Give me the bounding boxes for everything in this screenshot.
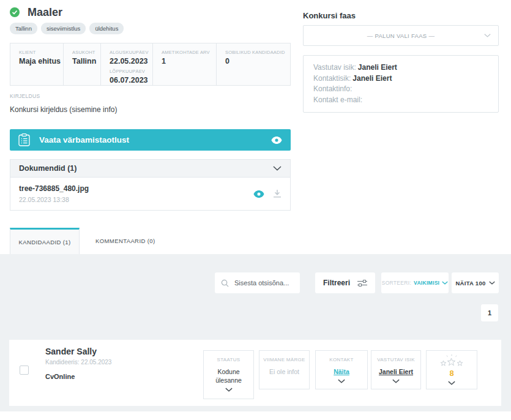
candidates-section: Filtreeri SORTEERI: VAIKIMISI NÄITA 100 … xyxy=(0,254,511,411)
phase-column: Konkursi faas — PALUN VALI FAAS — Vastut… xyxy=(303,11,499,113)
chevron-down-icon xyxy=(392,379,400,383)
info-cell-sobilikud: SOBILIKUD KANDIDAADID 0 xyxy=(216,43,290,85)
tab-kommentaarid[interactable]: KOMMENTAARID (0) xyxy=(95,228,155,254)
tag: üldehitus xyxy=(89,23,124,34)
tag-list: Tallinn siseviimistlus üldehitus xyxy=(10,23,291,34)
document-date: 22.05.2023 13:38 xyxy=(19,196,89,203)
info-cell-klient: KLIENT Maja ehitus xyxy=(10,43,63,85)
check-circle-icon xyxy=(10,7,20,17)
chevron-down-icon xyxy=(489,281,495,285)
candidate-applied-date: Kandideeris: 22.05.2023 xyxy=(45,359,111,366)
candidate-name[interactable]: Sander Sally xyxy=(45,347,111,356)
page: Maaler Tallinn siseviimistlus üldehitus … xyxy=(0,0,511,420)
chevron-down-icon xyxy=(338,379,345,383)
phase-select[interactable]: — PALUN VALI FAAS — xyxy=(303,25,499,46)
documents-header-label: Dokumendid (1) xyxy=(19,164,76,173)
chevron-down-icon xyxy=(442,281,448,285)
rating-value: 8 xyxy=(449,369,453,378)
show-count-dropdown[interactable]: NÄITA 100 xyxy=(452,272,499,293)
chevron-down-icon xyxy=(448,381,455,385)
contact-info-box: Vastutav isik:Janeli Eiert Kontaktisik:J… xyxy=(303,55,499,113)
rating-dropdown[interactable]: 8 xyxy=(426,350,477,389)
chevron-down-icon xyxy=(484,34,491,37)
contact-row: Vastutav isik:Janeli Eiert xyxy=(313,62,488,73)
last-note-box: VIIMANE MÄRGE Ei ole infot xyxy=(259,350,310,389)
search-input[interactable] xyxy=(233,279,295,287)
page-title: Maaler xyxy=(28,6,62,19)
filter-toolbar: Filtreeri SORTEERI: VAIKIMISI NÄITA 100 xyxy=(215,272,499,293)
tab-bar: KANDIDAADID (1) KOMMENTAARID (0) xyxy=(10,228,155,254)
status-dropdown[interactable]: STAATUS Kodune ülesanne xyxy=(203,350,254,399)
preview-eye-icon[interactable] xyxy=(253,190,264,198)
search-box xyxy=(215,272,300,293)
pagination-page-button[interactable]: 1 xyxy=(481,304,498,321)
chevron-down-icon xyxy=(273,166,282,171)
stars-icon xyxy=(439,354,464,367)
tab-kandidaadid[interactable]: KANDIDAADID (1) xyxy=(10,228,80,254)
info-cell-ametikohtade-arv: AMETIKOHTADE ARV 1 xyxy=(152,43,216,85)
contact-row: Kontaktinfo: xyxy=(313,84,488,95)
download-icon[interactable] xyxy=(273,190,282,198)
chevron-down-icon xyxy=(225,388,233,392)
view-request-button[interactable]: Vaata värbamistaotlust xyxy=(10,129,291,151)
description-text: Konkursi kirjeldus (sisemine info) xyxy=(10,105,291,114)
candidate-checkbox[interactable] xyxy=(20,366,29,375)
sliders-icon xyxy=(357,279,367,287)
responsible-dropdown[interactable]: VASTUTAV ISIK Janeli Eiert xyxy=(371,350,421,389)
tag: Tallinn xyxy=(10,23,37,34)
documents-panel: Dokumendid (1) tree-736885_480.jpg 22.05… xyxy=(10,159,291,211)
contact-dropdown[interactable]: KONTAKT Näita xyxy=(315,350,368,389)
description-label: KIRJELDUS xyxy=(10,93,291,99)
document-name: tree-736885_480.jpg xyxy=(19,184,89,193)
tag: siseviimistlus xyxy=(41,23,86,34)
filter-button[interactable]: Filtreeri xyxy=(315,272,375,293)
candidate-card: Sander Sally Kandideeris: 22.05.2023 CvO… xyxy=(9,340,501,406)
document-row: tree-736885_480.jpg 22.05.2023 13:38 xyxy=(10,178,291,211)
view-request-label: Vaata värbamistaotlust xyxy=(39,135,129,144)
eye-icon xyxy=(271,137,282,144)
job-details-column: Maaler Tallinn siseviimistlus üldehitus … xyxy=(10,6,291,211)
info-cell-asukoht: ASUKOHT Tallinn xyxy=(63,43,100,85)
info-cell-kuupaev: ALGUSKUUPÄEV 22.05.2023 LÕPPKUUPÄEV 06.0… xyxy=(100,43,152,85)
clipboard-icon xyxy=(18,133,30,146)
phase-label: Konkursi faas xyxy=(303,11,499,20)
search-icon xyxy=(221,279,229,287)
phase-select-placeholder: — PALUN VALI FAAS — xyxy=(367,32,435,39)
sort-dropdown[interactable]: SORTEERI: VAIKIMISI xyxy=(381,272,449,293)
job-info-table: KLIENT Maja ehitus ASUKOHT Tallinn ALGUS… xyxy=(10,43,291,86)
candidate-source: CvOnline xyxy=(45,373,111,380)
contact-row: Kontaktisik:Janeli Eiert xyxy=(313,73,488,84)
contact-row: Kontakt e-mail: xyxy=(313,95,488,106)
documents-header[interactable]: Dokumendid (1) xyxy=(10,159,291,178)
